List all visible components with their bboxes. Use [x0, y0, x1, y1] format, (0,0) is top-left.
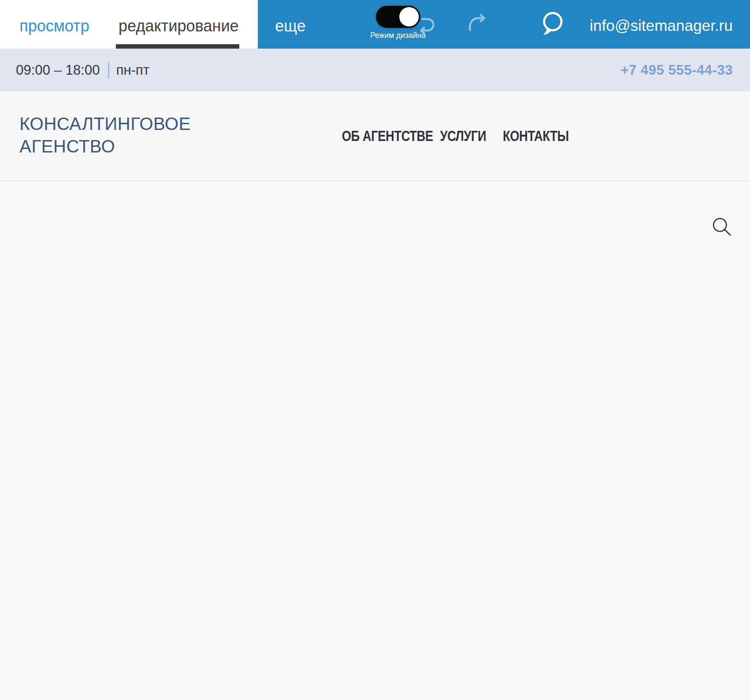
- page-content-empty: [0, 181, 750, 699]
- site-title[interactable]: КОНСАЛТИНГОВОЕ АГЕНСТВО: [19, 113, 191, 158]
- admin-topbar: просмотр редактирование еще Режим дизайн…: [0, 0, 750, 49]
- nav-item-services[interactable]: УСЛУГИ: [440, 91, 486, 180]
- nav-item-contacts[interactable]: КОНТАКТЫ: [503, 91, 569, 180]
- comment-icon[interactable]: [542, 11, 564, 36]
- active-tab-underline: [116, 44, 239, 49]
- tab-edit[interactable]: редактирование: [119, 0, 239, 49]
- design-mode-label: Режим дизайна: [358, 31, 438, 40]
- site-header: КОНСАЛТИНГОВОЕ АГЕНСТВО ОБ АГЕНТСТВЕ УСЛ…: [0, 91, 750, 181]
- design-mode-toggle[interactable]: [376, 6, 420, 28]
- phone-link[interactable]: +7 495 555-44-33: [620, 62, 733, 78]
- admin-email[interactable]: info@sitemanager.ru: [590, 0, 733, 49]
- redo-icon[interactable]: [467, 13, 487, 34]
- contact-infobar: 09:00 – 18:00 пн-пт +7 495 555-44-33: [0, 49, 750, 91]
- search-icon[interactable]: [712, 217, 732, 237]
- site-title-line2: АГЕНСТВО: [19, 135, 191, 158]
- tab-view[interactable]: просмотр: [19, 0, 89, 49]
- working-hours: 09:00 – 18:00: [16, 62, 100, 78]
- more-button[interactable]: еще: [275, 0, 306, 49]
- design-mode-control[interactable]: Режим дизайна: [358, 6, 438, 40]
- hours-days-divider: [108, 62, 109, 79]
- working-days: пн-пт: [116, 62, 149, 78]
- toggle-knob: [399, 7, 419, 27]
- nav-item-about[interactable]: ОБ АГЕНТСТВЕ: [342, 91, 433, 180]
- site-title-line1: КОНСАЛТИНГОВОЕ: [19, 113, 191, 135]
